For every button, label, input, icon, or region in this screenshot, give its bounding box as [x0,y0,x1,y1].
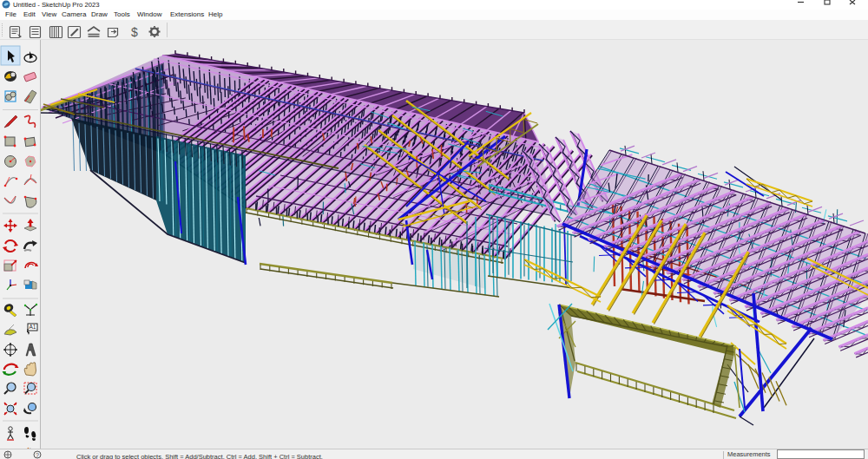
svg-text:A1: A1 [30,324,36,330]
svg-text:?: ? [36,452,39,458]
svg-text:$: $ [131,25,138,39]
